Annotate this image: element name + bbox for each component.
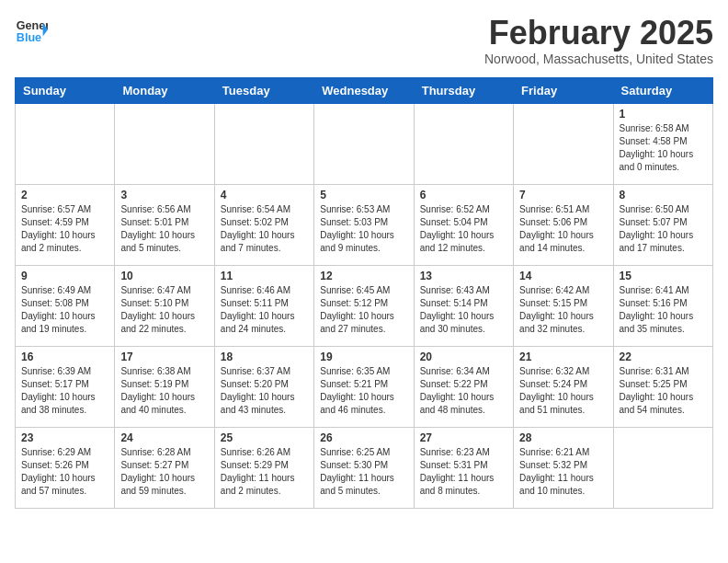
location-subtitle: Norwood, Massachusetts, United States <box>484 52 713 66</box>
calendar-cell: 17Sunrise: 6:38 AM Sunset: 5:19 PM Dayli… <box>115 346 214 427</box>
day-number: 12 <box>320 270 407 282</box>
calendar-cell: 27Sunrise: 6:23 AM Sunset: 5:31 PM Dayli… <box>414 427 513 508</box>
calendar-cell: 8Sunrise: 6:50 AM Sunset: 5:07 PM Daylig… <box>613 184 712 265</box>
day-number: 5 <box>320 189 407 201</box>
calendar-cell: 28Sunrise: 6:21 AM Sunset: 5:32 PM Dayli… <box>514 427 613 508</box>
weekday-header-sunday: Sunday <box>16 77 115 103</box>
day-info: Sunrise: 6:23 AM Sunset: 5:31 PM Dayligh… <box>420 446 507 498</box>
day-number: 23 <box>21 431 108 444</box>
calendar-cell: 1Sunrise: 6:58 AM Sunset: 4:58 PM Daylig… <box>613 103 712 184</box>
calendar-cell <box>16 103 115 184</box>
calendar-cell: 14Sunrise: 6:42 AM Sunset: 5:15 PM Dayli… <box>514 265 613 346</box>
day-number: 22 <box>620 350 707 363</box>
calendar-cell <box>514 103 613 184</box>
day-number: 25 <box>221 431 308 444</box>
day-info: Sunrise: 6:35 AM Sunset: 5:21 PM Dayligh… <box>320 365 407 417</box>
calendar-cell: 13Sunrise: 6:43 AM Sunset: 5:14 PM Dayli… <box>414 265 513 346</box>
day-number: 19 <box>320 350 407 363</box>
day-info: Sunrise: 6:21 AM Sunset: 5:32 PM Dayligh… <box>519 446 607 498</box>
weekday-header-monday: Monday <box>115 77 214 103</box>
day-number: 2 <box>21 189 108 201</box>
day-number: 8 <box>620 189 707 201</box>
calendar-week-5: 23Sunrise: 6:29 AM Sunset: 5:26 PM Dayli… <box>16 427 713 508</box>
day-info: Sunrise: 6:32 AM Sunset: 5:24 PM Dayligh… <box>519 365 607 417</box>
day-info: Sunrise: 6:57 AM Sunset: 4:59 PM Dayligh… <box>21 203 108 255</box>
calendar-cell: 19Sunrise: 6:35 AM Sunset: 5:21 PM Dayli… <box>314 346 414 427</box>
weekday-header-saturday: Saturday <box>613 77 712 103</box>
weekday-header-friday: Friday <box>514 77 613 103</box>
calendar-cell <box>414 103 513 184</box>
day-number: 6 <box>420 189 507 201</box>
calendar-cell: 26Sunrise: 6:25 AM Sunset: 5:30 PM Dayli… <box>314 427 414 508</box>
calendar-cell: 16Sunrise: 6:39 AM Sunset: 5:17 PM Dayli… <box>16 346 115 427</box>
day-info: Sunrise: 6:43 AM Sunset: 5:14 PM Dayligh… <box>420 284 507 336</box>
calendar-cell: 11Sunrise: 6:46 AM Sunset: 5:11 PM Dayli… <box>214 265 313 346</box>
day-info: Sunrise: 6:50 AM Sunset: 5:07 PM Dayligh… <box>620 203 707 255</box>
day-number: 1 <box>620 108 707 121</box>
day-number: 20 <box>420 350 507 363</box>
day-info: Sunrise: 6:45 AM Sunset: 5:12 PM Dayligh… <box>320 284 407 336</box>
title-block: February 2025 Norwood, Massachusetts, Un… <box>484 15 713 66</box>
calendar-table: SundayMondayTuesdayWednesdayThursdayFrid… <box>15 77 713 509</box>
day-info: Sunrise: 6:52 AM Sunset: 5:04 PM Dayligh… <box>420 203 507 255</box>
calendar-cell <box>214 103 313 184</box>
day-info: Sunrise: 6:53 AM Sunset: 5:03 PM Dayligh… <box>320 203 407 255</box>
day-info: Sunrise: 6:34 AM Sunset: 5:22 PM Dayligh… <box>420 365 507 417</box>
day-info: Sunrise: 6:46 AM Sunset: 5:11 PM Dayligh… <box>221 284 308 336</box>
day-number: 15 <box>620 270 707 282</box>
calendar-cell: 10Sunrise: 6:47 AM Sunset: 5:10 PM Dayli… <box>115 265 214 346</box>
day-number: 13 <box>420 270 507 282</box>
day-number: 27 <box>420 431 507 444</box>
calendar-cell: 21Sunrise: 6:32 AM Sunset: 5:24 PM Dayli… <box>514 346 613 427</box>
calendar-cell: 23Sunrise: 6:29 AM Sunset: 5:26 PM Dayli… <box>16 427 115 508</box>
calendar-cell: 12Sunrise: 6:45 AM Sunset: 5:12 PM Dayli… <box>314 265 414 346</box>
day-number: 18 <box>221 350 308 363</box>
day-number: 28 <box>519 431 607 444</box>
weekday-header-wednesday: Wednesday <box>314 77 414 103</box>
calendar-week-3: 9Sunrise: 6:49 AM Sunset: 5:08 PM Daylig… <box>16 265 713 346</box>
day-info: Sunrise: 6:31 AM Sunset: 5:25 PM Dayligh… <box>620 365 707 417</box>
calendar-cell: 25Sunrise: 6:26 AM Sunset: 5:29 PM Dayli… <box>214 427 313 508</box>
calendar-cell: 7Sunrise: 6:51 AM Sunset: 5:06 PM Daylig… <box>514 184 613 265</box>
day-number: 10 <box>120 270 208 282</box>
day-info: Sunrise: 6:47 AM Sunset: 5:10 PM Dayligh… <box>120 284 208 336</box>
day-number: 16 <box>21 350 108 363</box>
day-info: Sunrise: 6:26 AM Sunset: 5:29 PM Dayligh… <box>221 446 308 498</box>
calendar-cell: 9Sunrise: 6:49 AM Sunset: 5:08 PM Daylig… <box>16 265 115 346</box>
day-number: 21 <box>519 350 607 363</box>
weekday-header-thursday: Thursday <box>414 77 513 103</box>
page-header: General Blue February 2025 Norwood, Mass… <box>15 15 713 66</box>
calendar-week-1: 1Sunrise: 6:58 AM Sunset: 4:58 PM Daylig… <box>16 103 713 184</box>
day-info: Sunrise: 6:29 AM Sunset: 5:26 PM Dayligh… <box>21 446 108 498</box>
day-number: 7 <box>519 189 607 201</box>
day-number: 11 <box>221 270 308 282</box>
calendar-cell <box>115 103 214 184</box>
day-info: Sunrise: 6:54 AM Sunset: 5:02 PM Dayligh… <box>221 203 308 255</box>
logo-icon: General Blue <box>15 15 48 48</box>
day-info: Sunrise: 6:51 AM Sunset: 5:06 PM Dayligh… <box>519 203 607 255</box>
day-info: Sunrise: 6:56 AM Sunset: 5:01 PM Dayligh… <box>120 203 208 255</box>
calendar-cell: 5Sunrise: 6:53 AM Sunset: 5:03 PM Daylig… <box>314 184 414 265</box>
day-info: Sunrise: 6:41 AM Sunset: 5:16 PM Dayligh… <box>620 284 707 336</box>
calendar-header-row: SundayMondayTuesdayWednesdayThursdayFrid… <box>16 77 713 103</box>
day-number: 24 <box>120 431 208 444</box>
day-info: Sunrise: 6:38 AM Sunset: 5:19 PM Dayligh… <box>120 365 208 417</box>
logo: General Blue <box>15 15 48 48</box>
day-info: Sunrise: 6:39 AM Sunset: 5:17 PM Dayligh… <box>21 365 108 417</box>
calendar-cell: 20Sunrise: 6:34 AM Sunset: 5:22 PM Dayli… <box>414 346 513 427</box>
calendar-cell: 22Sunrise: 6:31 AM Sunset: 5:25 PM Dayli… <box>613 346 712 427</box>
calendar-cell: 4Sunrise: 6:54 AM Sunset: 5:02 PM Daylig… <box>214 184 313 265</box>
month-year-title: February 2025 <box>484 15 713 52</box>
day-info: Sunrise: 6:49 AM Sunset: 5:08 PM Dayligh… <box>21 284 108 336</box>
calendar-cell: 24Sunrise: 6:28 AM Sunset: 5:27 PM Dayli… <box>115 427 214 508</box>
calendar-cell: 2Sunrise: 6:57 AM Sunset: 4:59 PM Daylig… <box>16 184 115 265</box>
svg-text:Blue: Blue <box>17 31 41 44</box>
calendar-week-2: 2Sunrise: 6:57 AM Sunset: 4:59 PM Daylig… <box>16 184 713 265</box>
calendar-week-4: 16Sunrise: 6:39 AM Sunset: 5:17 PM Dayli… <box>16 346 713 427</box>
calendar-cell: 18Sunrise: 6:37 AM Sunset: 5:20 PM Dayli… <box>214 346 313 427</box>
day-number: 26 <box>320 431 407 444</box>
day-info: Sunrise: 6:25 AM Sunset: 5:30 PM Dayligh… <box>320 446 407 498</box>
day-number: 14 <box>519 270 607 282</box>
day-number: 9 <box>21 270 108 282</box>
day-info: Sunrise: 6:28 AM Sunset: 5:27 PM Dayligh… <box>120 446 208 498</box>
